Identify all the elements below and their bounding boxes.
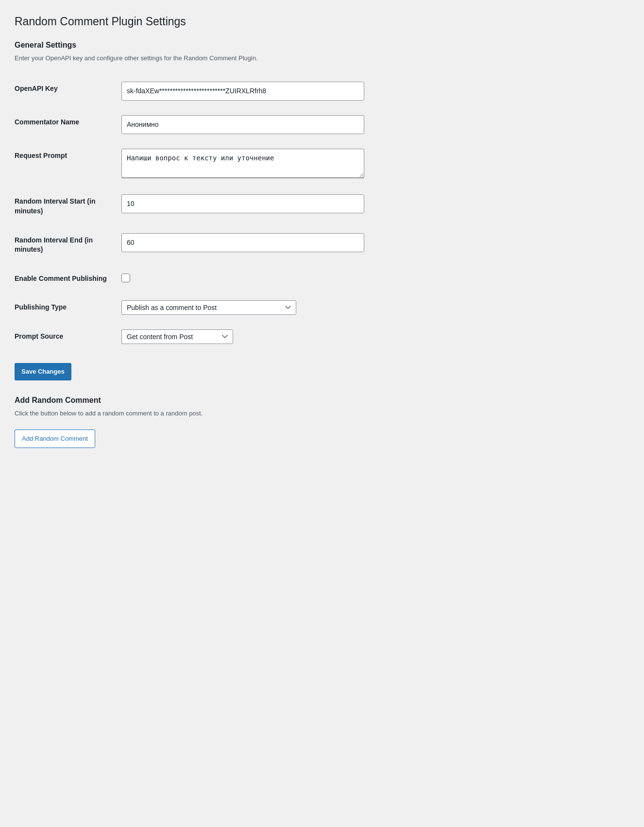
interval-start-label: Random Interval Start (in minutes) — [15, 187, 121, 225]
interval-end-label: Random Interval End (in minutes) — [15, 226, 121, 264]
prompt-source-row: Prompt Source Get content from Post Use … — [15, 322, 629, 351]
page-title: Random Comment Plugin Settings — [15, 15, 629, 29]
general-settings-description: Enter your OpenAPI key and configure oth… — [15, 53, 629, 63]
commentator-name-input[interactable] — [121, 115, 364, 134]
enable-publishing-checkbox[interactable] — [121, 274, 130, 282]
openapi-key-label: OpenAPI Key — [15, 74, 121, 108]
openapi-key-input[interactable] — [121, 82, 364, 101]
publishing-type-row: Publishing Type Publish as a comment to … — [15, 293, 629, 322]
enable-publishing-label: Enable Comment Publishing — [15, 264, 121, 293]
interval-end-row: Random Interval End (in minutes) — [15, 226, 629, 264]
enable-publishing-row: Enable Comment Publishing — [15, 264, 629, 293]
settings-form: OpenAPI Key Commentator Name Request Pro… — [15, 74, 629, 351]
general-settings-title: General Settings — [15, 41, 629, 50]
section-divider: Add Random Comment Click the button belo… — [15, 396, 629, 448]
openapi-key-row: OpenAPI Key — [15, 74, 629, 108]
request-prompt-textarea[interactable]: Напиши <span class="underline-red">вопро… — [121, 149, 364, 178]
interval-start-input[interactable] — [121, 194, 364, 213]
request-prompt-label: Request Prompt — [15, 141, 121, 187]
add-comment-section-title: Add Random Comment — [15, 396, 629, 405]
publishing-type-label: Publishing Type — [15, 293, 121, 322]
prompt-source-select[interactable]: Get content from Post Use custom prompt — [121, 329, 233, 344]
publishing-type-select[interactable]: Publish as a comment to Post Publish as … — [121, 300, 296, 315]
commentator-name-row: Commentator Name — [15, 108, 629, 141]
commentator-name-label: Commentator Name — [15, 108, 121, 141]
interval-start-row: Random Interval Start (in minutes) — [15, 187, 629, 225]
save-changes-button[interactable]: Save Changes — [15, 363, 71, 380]
prompt-source-label: Prompt Source — [15, 322, 121, 351]
request-prompt-row: Request Prompt Напиши <span class="under… — [15, 141, 629, 187]
interval-end-input[interactable] — [121, 233, 364, 252]
add-random-comment-button[interactable]: Add Random Comment — [15, 430, 95, 448]
add-comment-section-description: Click the button below to add a random c… — [15, 409, 629, 418]
